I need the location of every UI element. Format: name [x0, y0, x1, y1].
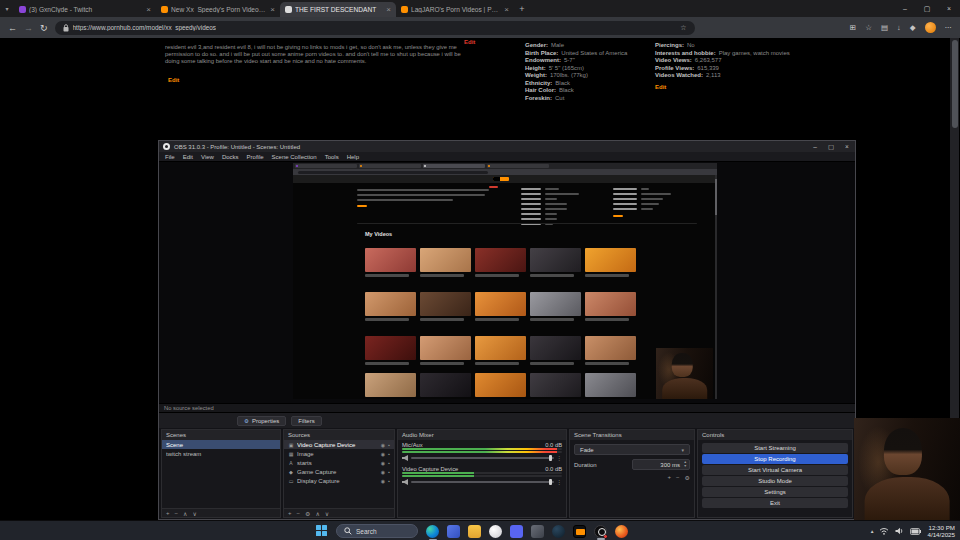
source-down-icon[interactable]: ∨: [325, 510, 329, 517]
source-item-starts[interactable]: A starts ◉ ▪: [284, 458, 394, 467]
file-explorer-icon[interactable]: [468, 525, 481, 538]
obs-preview-canvas[interactable]: My Videos: [159, 161, 855, 404]
browser-tab-twitch[interactable]: (3) GxnClyde - Twitch ×: [14, 2, 156, 17]
transition-properties-icon[interactable]: ⚙: [685, 474, 690, 481]
lock-icon[interactable]: ▪: [388, 451, 390, 457]
forward-button[interactable]: →: [24, 23, 33, 33]
pornhub-app-icon[interactable]: [573, 525, 586, 538]
menu-help[interactable]: Help: [347, 154, 359, 160]
remove-source-icon[interactable]: −: [297, 510, 301, 516]
edit-right-link[interactable]: Edit: [655, 84, 666, 92]
visibility-icon[interactable]: ◉: [381, 469, 385, 475]
volume-slider[interactable]: [411, 481, 554, 483]
track-options-icon[interactable]: ⋮: [557, 455, 563, 461]
source-item-game-capture[interactable]: ◆ Game Capture ◉ ▪: [284, 467, 394, 476]
tab-actions-icon[interactable]: ▾: [0, 5, 14, 12]
downloads-icon[interactable]: ↓: [897, 23, 901, 32]
visibility-icon[interactable]: ◉: [381, 451, 385, 457]
tab-close-icon[interactable]: ×: [386, 5, 391, 14]
settings-button[interactable]: Settings: [702, 487, 848, 497]
studio-mode-button[interactable]: Studio Mode: [702, 476, 848, 486]
browser-tab-videos[interactable]: New Xx_Speedy's Porn Videos 20... ×: [156, 2, 280, 17]
speaker-icon[interactable]: [402, 455, 408, 461]
tab-close-icon[interactable]: ×: [504, 5, 509, 14]
extensions-icon[interactable]: ◆: [910, 23, 916, 32]
transition-select[interactable]: Fade ▾: [574, 444, 690, 455]
menu-scene-collection[interactable]: Scene Collection: [272, 154, 317, 160]
visibility-icon[interactable]: ◉: [381, 460, 385, 466]
scene-up-icon[interactable]: ∧: [183, 510, 187, 517]
obs-close-button[interactable]: ×: [839, 141, 855, 152]
stop-recording-button[interactable]: Stop Recording: [702, 454, 848, 464]
menu-edit[interactable]: Edit: [183, 154, 193, 160]
scene-item-scene[interactable]: Scene: [162, 440, 280, 449]
lock-icon[interactable]: ▪: [388, 469, 390, 475]
menu-view[interactable]: View: [201, 154, 214, 160]
duration-spinner[interactable]: 300 ms ▲▼: [632, 459, 690, 470]
source-item-display-capture[interactable]: ▭ Display Capture ◉ ▪: [284, 476, 394, 485]
scrollbar-thumb[interactable]: [952, 40, 958, 128]
firefox-icon[interactable]: [615, 525, 628, 538]
obs-taskbar-icon[interactable]: [594, 525, 607, 538]
remove-transition-icon[interactable]: −: [676, 474, 680, 481]
lock-icon[interactable]: ▪: [388, 478, 390, 484]
split-screen-icon[interactable]: ⊞: [850, 23, 856, 32]
steam-icon[interactable]: [552, 525, 565, 538]
edit-bio-link[interactable]: Edit: [168, 77, 179, 83]
window-minimize-button[interactable]: –: [894, 0, 916, 17]
tab-close-icon[interactable]: ×: [270, 5, 275, 14]
exit-button[interactable]: Exit: [702, 498, 848, 508]
favorites-icon[interactable]: ☆: [865, 23, 872, 32]
slider-handle[interactable]: [549, 455, 552, 461]
discord-icon[interactable]: [510, 525, 523, 538]
window-close-button[interactable]: ×: [938, 0, 960, 17]
slider-handle[interactable]: [549, 479, 552, 485]
volume-icon[interactable]: [895, 527, 904, 535]
taskbar-search[interactable]: Search: [336, 524, 418, 538]
filters-button[interactable]: Filters: [291, 416, 321, 426]
tray-chevron-icon[interactable]: ▴: [871, 528, 874, 534]
source-properties-icon[interactable]: ⚙: [305, 510, 310, 517]
edge-taskbar-icon[interactable]: [426, 525, 439, 538]
remove-scene-icon[interactable]: −: [175, 510, 179, 516]
taskbar-clock[interactable]: 12:30 PM 4/14/2025: [927, 524, 955, 539]
menu-profile[interactable]: Profile: [247, 154, 264, 160]
lock-icon[interactable]: ▪: [388, 442, 390, 448]
window-maximize-button[interactable]: ▢: [916, 0, 938, 17]
start-button[interactable]: [316, 525, 328, 537]
visibility-icon[interactable]: ◉: [381, 442, 385, 448]
address-bar[interactable]: https://www.pornhub.com/model/xx_speedy/…: [55, 21, 695, 35]
tab-close-icon[interactable]: ×: [146, 5, 151, 14]
scene-item-twitch-stream[interactable]: twitch stream: [162, 449, 280, 458]
track-options-icon[interactable]: ⋮: [557, 479, 563, 485]
visibility-icon[interactable]: ◉: [381, 478, 385, 484]
browser-tab-pornhub[interactable]: LagJARO's Porn Videos | Pornhub ×: [396, 2, 514, 17]
spinner-arrows[interactable]: ▲▼: [684, 460, 687, 469]
start-virtual-camera-button[interactable]: Start Virtual Camera: [702, 465, 848, 475]
browser-tab-descendant-active[interactable]: THE FIRST DESCENDANT ×: [280, 2, 396, 17]
menu-file[interactable]: File: [165, 154, 175, 160]
scene-down-icon[interactable]: ∨: [192, 510, 196, 517]
refresh-button[interactable]: ↻: [40, 23, 48, 33]
chat-app-icon[interactable]: [447, 525, 460, 538]
menu-docks[interactable]: Docks: [222, 154, 239, 160]
speaker-icon[interactable]: [402, 479, 408, 485]
start-streaming-button[interactable]: Start Streaming: [702, 443, 848, 453]
battery-icon[interactable]: [910, 528, 921, 535]
obs-title-bar[interactable]: OBS 31.0.3 - Profile: Untitled - Scenes:…: [159, 141, 855, 152]
bookmark-star-icon[interactable]: ☆: [680, 24, 686, 32]
add-transition-icon[interactable]: +: [668, 474, 672, 481]
obs-minimize-button[interactable]: –: [807, 141, 823, 152]
menu-tools[interactable]: Tools: [325, 154, 339, 160]
source-item-video-capture[interactable]: ▣ Video Capture Device ◉ ▪: [284, 440, 394, 449]
add-scene-icon[interactable]: +: [166, 510, 170, 516]
source-up-icon[interactable]: ∧: [315, 510, 319, 517]
lock-icon[interactable]: ▪: [388, 460, 390, 466]
more-menu-icon[interactable]: ⋯: [945, 23, 953, 32]
collections-icon[interactable]: ▤: [881, 23, 888, 32]
volume-slider[interactable]: [411, 457, 554, 459]
add-source-icon[interactable]: +: [288, 510, 292, 516]
properties-button[interactable]: ⚙ Properties: [237, 416, 286, 426]
back-button[interactable]: ←: [8, 23, 17, 33]
white-app-icon[interactable]: [489, 525, 502, 538]
